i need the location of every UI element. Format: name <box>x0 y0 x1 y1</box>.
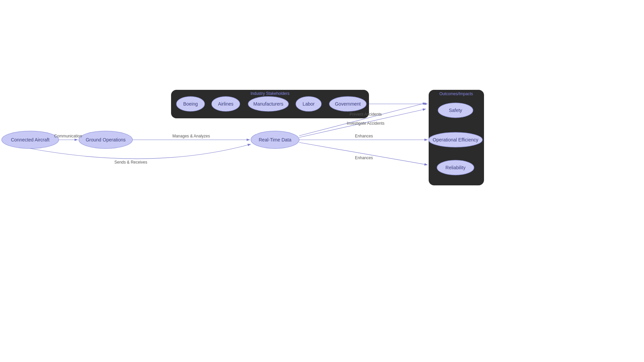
real-time-data-label: Real-Time Data <box>259 137 291 142</box>
sends-receives-label: Sends & Receives <box>114 160 147 165</box>
stakeholders-title: Industry Stakeholders <box>251 91 289 96</box>
prevent-accidents-label: Prevent Accidents <box>350 112 382 117</box>
ground-operations-label: Ground Operations <box>86 137 125 142</box>
connected-aircraft-label: Connected Aircraft <box>11 137 49 142</box>
investigate-accidents-label: Investigate Accidents <box>347 121 385 126</box>
enhances-op-eff-label: Enhances <box>355 134 373 138</box>
operational-efficiency-label: Operational Efficiency <box>433 137 478 142</box>
airlines-label: Airlines <box>218 101 233 107</box>
safety-label: Safety <box>449 108 462 113</box>
reliability-label: Reliability <box>445 165 466 170</box>
comm-label: Communication <box>54 134 82 138</box>
manages-label: Manages & Analyzes <box>172 134 210 138</box>
labor-label: Labor <box>303 101 315 107</box>
outcomes-title: Outcomes/Impacts <box>439 92 473 96</box>
enhances-reliability-edge <box>299 142 428 165</box>
sends-receives-edge <box>30 144 251 159</box>
enhances-reliability-label: Enhances <box>355 156 373 160</box>
boeing-label: Boeing <box>183 101 198 107</box>
diagram-canvas: Industry Stakeholders Boeing Airlines Ma… <box>0 0 644 362</box>
manufacturers-label: Manufacturers <box>253 101 283 107</box>
government-label: Government <box>335 101 361 107</box>
